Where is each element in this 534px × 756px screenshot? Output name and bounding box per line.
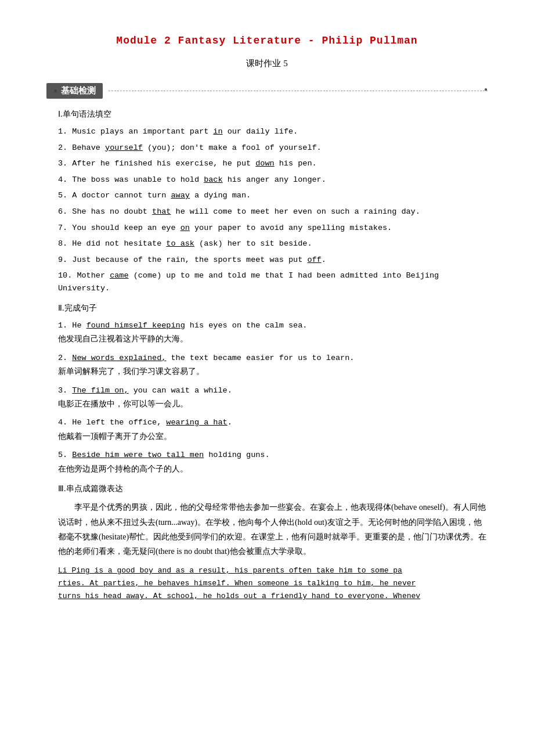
item-underline: in — [213, 127, 222, 136]
completion-en: 5. Beside him were two tall men holding … — [58, 449, 488, 462]
passage-zh: 李平是个优秀的男孩，因此，他的父母经常带他去参加一些宴会。在宴会上，他表现得体(… — [58, 500, 488, 559]
item-text-after: . — [322, 255, 326, 264]
item-number: 2. — [58, 143, 72, 152]
item-text-after: our daily life. — [223, 127, 298, 136]
passage-en-line: turns his head away. At school, he holds… — [58, 590, 488, 603]
item-en-after: you can wait a while. — [129, 386, 232, 395]
exercise-item: 6. She has no doubt that he will come to… — [58, 206, 488, 218]
passage-en-line: Li Ping is a good boy and as a result, h… — [58, 564, 488, 577]
item-en-underline: found himself keeping — [86, 321, 185, 330]
item-number: 5. — [58, 451, 72, 459]
part-iii: Ⅲ.串点成篇微表达 李平是个优秀的男孩，因此，他的父母经常带他去参加一些宴会。在… — [46, 484, 488, 603]
item-number: 8. — [58, 239, 72, 248]
part-ii-items: 1. He found himself keeping his eyes on … — [46, 319, 488, 476]
item-number: 3. — [58, 386, 72, 395]
item-text-after: he will come to meet her even on such a … — [171, 207, 420, 216]
completion-en: 2. New words explained, the text became … — [58, 352, 488, 365]
item-number: 4. — [58, 418, 72, 427]
completion-en: 1. He found himself keeping his eyes on … — [58, 319, 488, 332]
item-number: 10. — [58, 271, 77, 280]
item-text-before: A doctor cannot turn — [72, 191, 171, 200]
item-underline: back — [204, 175, 222, 184]
item-underline: that — [152, 207, 171, 216]
item-text-before: The boss was unable to hold — [72, 175, 204, 184]
item-underline: came — [110, 271, 128, 280]
item-text-before: You should keep an eye — [72, 224, 180, 232]
part-iii-title: Ⅲ.串点成篇微表达 — [58, 484, 488, 494]
completion-item: 3. The film on, you can wait a while.电影正… — [58, 384, 488, 411]
part-i: Ⅰ.单句语法填空 1. Music plays an important par… — [46, 109, 488, 295]
item-text-after: (you); don't make a fool of yourself. — [143, 143, 322, 152]
exercise-item: 10. Mother came (come) up to me and told… — [58, 269, 488, 294]
item-en-underline: wearing a hat — [166, 418, 227, 427]
subtitle: 课时作业 5 — [46, 58, 488, 69]
completion-item: 1. He found himself keeping his eyes on … — [58, 319, 488, 346]
exercise-item: 8. He did not hesitate to ask (ask) her … — [58, 237, 488, 250]
completion-item: 2. New words explained, the text became … — [58, 352, 488, 379]
item-number: 2. — [58, 354, 72, 362]
item-text-before: Mother — [77, 271, 110, 280]
item-text-before: After he finished his exercise, he put — [72, 159, 255, 168]
completion-zh: 他发现自己注视着这片平静的大海。 — [58, 333, 488, 345]
item-text-after: his pen. — [275, 159, 317, 168]
completion-en: 3. The film on, you can wait a while. — [58, 384, 488, 397]
item-en-after: his eyes on the calm sea. — [185, 321, 308, 330]
section-basic-header: 基础检测 — [46, 83, 488, 99]
exercise-item: 4. The boss was unable to hold back his … — [58, 174, 488, 186]
exercise-item: 9. Just because of the rain, the sports … — [58, 254, 488, 267]
completion-zh: 新单词解释完了，我们学习课文容易了。 — [58, 365, 488, 378]
item-number: 1. — [58, 321, 72, 330]
item-en-before: He left the office, — [72, 418, 166, 427]
item-underline: to ask — [166, 239, 194, 248]
item-text-after: (ask) her to sit beside. — [194, 239, 312, 248]
item-text-before: Music plays an important part — [72, 127, 213, 136]
item-underline: off — [307, 255, 321, 264]
item-en-after: . — [228, 418, 232, 427]
part-i-title: Ⅰ.单句语法填空 — [58, 109, 488, 120]
part-ii-title: Ⅱ.完成句子 — [58, 303, 488, 314]
passage-en: Li Ping is a good boy and as a result, h… — [58, 564, 488, 603]
section-badge: 基础检测 — [46, 83, 103, 99]
item-en-underline: New words explained, — [72, 354, 166, 362]
exercise-item: 3. After he finished his exercise, he pu… — [58, 157, 488, 170]
part-ii: Ⅱ.完成句子 1. He found himself keeping his e… — [46, 303, 488, 476]
exercise-item: 2. Behave yourself (you); don't make a f… — [58, 142, 488, 154]
item-number: 3. — [58, 159, 72, 168]
item-text-before: Just because of the rain, the sports mee… — [72, 255, 307, 264]
item-text-after: his anger any longer. — [223, 175, 326, 184]
item-text-before: Behave — [72, 143, 105, 152]
part-i-list: 1. Music plays an important part in our … — [58, 125, 488, 295]
item-underline: on — [181, 224, 190, 232]
completion-item: 5. Beside him were two tall men holding … — [58, 449, 488, 476]
item-en-after: the text became easier for us to learn. — [166, 354, 354, 362]
item-underline: away — [171, 191, 189, 200]
item-text-after: a dying man. — [190, 191, 251, 200]
item-underline: yourself — [105, 143, 143, 152]
completion-zh: 电影正在播放中，你可以等一会儿。 — [58, 398, 488, 411]
item-text-before: He did not hesitate — [72, 239, 166, 248]
completion-zh: 在他旁边是两个持枪的高个子的人。 — [58, 463, 488, 476]
item-number: 6. — [58, 207, 72, 216]
exercise-item: 5. A doctor cannot turn away a dying man… — [58, 189, 488, 202]
item-en-after: holding guns. — [204, 451, 269, 459]
item-text-after: your paper to avoid any spelling mistake… — [190, 224, 392, 232]
item-number: 7. — [58, 224, 72, 232]
item-en-before: He — [72, 321, 86, 330]
passage-en-line: rties. At parties, he behaves himself. W… — [58, 577, 488, 590]
item-text-before: She has no doubt — [72, 207, 152, 216]
exercise-item: 7. You should keep an eye on your paper … — [58, 222, 488, 235]
item-number: 1. — [58, 127, 72, 136]
item-number: 5. — [58, 191, 72, 200]
page-title: Module 2 Fantasy Literature - Philip Pul… — [46, 35, 488, 46]
completion-zh: 他戴着一顶帽子离开了办公室。 — [58, 430, 488, 443]
exercise-item: 1. Music plays an important part in our … — [58, 125, 488, 138]
item-underline: down — [255, 159, 274, 168]
item-en-underline: Beside him were two tall men — [72, 451, 204, 459]
item-number: 4. — [58, 175, 72, 184]
item-number: 9. — [58, 255, 72, 264]
completion-en: 4. He left the office, wearing a hat. — [58, 416, 488, 429]
item-en-underline: The film on, — [72, 386, 128, 395]
completion-item: 4. He left the office, wearing a hat.他戴着… — [58, 416, 488, 443]
section-divider — [109, 91, 488, 91]
